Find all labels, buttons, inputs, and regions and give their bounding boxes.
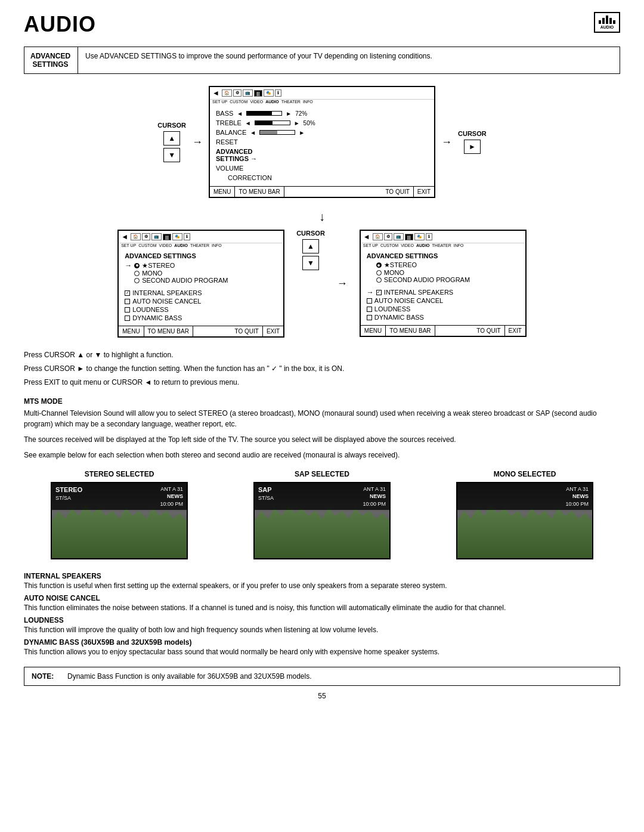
left-screen-content: ADVANCED SETTINGS → ★STEREO MONO SECOND …	[119, 249, 283, 326]
balance-bar	[259, 130, 295, 135]
left-cursor-group: CURSOR ▲ ▼	[157, 122, 186, 162]
mts-text1: Multi-Channel Television Sound will allo…	[24, 408, 620, 429]
r-video-icon: 📺	[394, 233, 404, 240]
feature-auto-noise: AUTO NOISE CANCEL This function eliminat…	[24, 593, 620, 613]
right-stereo-radio	[376, 262, 382, 268]
sap-source: SAP ST/SA	[258, 485, 274, 502]
right-loudness: LOUDNESS	[367, 305, 519, 313]
right-footer-exit: EXIT	[505, 326, 525, 336]
stereo-selected-wrapper: STEREO SELECTED STEREO ST/SA ANT A 31 NE…	[24, 470, 215, 559]
right-cursor-group: CURSOR ►	[458, 130, 487, 154]
right-screen-content: ADVANCED SETTINGS ★STEREO MONO SECOND AU…	[361, 249, 525, 325]
left-stereo-radio	[134, 263, 140, 268]
left-internal-speakers: INTERNAL SPEAKERS	[125, 289, 277, 297]
sap-selected-wrapper: SAP SELECTED SAP ST/SA ANT A 31 NEWS 10:…	[227, 470, 417, 559]
left-screen-menu-bar: ◄ 🏠 ⚙ 📺 ||| 🎭 ℹ	[119, 231, 283, 243]
page-number: 55	[24, 692, 620, 700]
right-screen-menu-bar: ◄ 🏠 ⚙ 📺 ||| 🎭 ℹ	[361, 231, 525, 243]
cursor-label-left: CURSOR	[157, 122, 186, 129]
l-video-icon: 📺	[151, 233, 162, 240]
cursor-down-button[interactable]: ▼	[163, 148, 180, 162]
instruction-3: Press EXIT to quit menu or CURSOR ◄ to r…	[24, 377, 620, 388]
cursor-right-button[interactable]: ►	[464, 140, 481, 154]
left-screen-tab-labels: SET UP CUSTOM VIDEO AUDIO THEATER INFO	[119, 243, 283, 249]
dynamic-bass-text: This function allows you to enjoy specta…	[24, 648, 439, 656]
right-footer-to-menu-bar: TO MENU BAR	[386, 326, 435, 336]
sap-overlay: SAP ST/SA ANT A 31 NEWS 10:00 PM	[255, 483, 389, 511]
tab-theater: THEATER	[281, 100, 301, 104]
left-screen-title: ADVANCED SETTINGS	[125, 252, 277, 259]
audio-icon-bars	[599, 16, 615, 24]
left-noise-checkbox	[125, 299, 130, 304]
left-footer-exit: EXIT	[263, 326, 283, 336]
feature-loudness: LOUDNESS This function will improve the …	[24, 616, 620, 635]
left-loudness: LOUDNESS	[125, 305, 277, 314]
main-menu-footer: MENU TO MENU BAR TO QUIT EXIT	[210, 186, 434, 197]
right-screen-title: ADVANCED SETTINGS	[367, 252, 519, 259]
left-auto-noise: AUTO NOISE CANCEL	[125, 297, 277, 305]
stereo-selected-label: STEREO SELECTED	[85, 470, 154, 478]
tab-setup: SET UP	[212, 100, 227, 104]
bar1	[599, 20, 601, 24]
l-setup-icon: 🏠	[131, 233, 141, 240]
arrow-from-screen: →	[441, 136, 452, 149]
right-footer-menu: MENU	[361, 326, 386, 336]
mono-overlay: ANT A 31 NEWS 10:00 PM	[457, 483, 592, 511]
right-sap-row: SECOND AUDIO PROGRAM	[367, 276, 519, 283]
features-section: INTERNAL SPEAKERS This function is usefu…	[24, 571, 620, 657]
feature-internal-speakers: INTERNAL SPEAKERS This function is usefu…	[24, 571, 620, 591]
right-sap-radio	[376, 277, 382, 283]
right-noise-checkbox	[367, 298, 372, 304]
setup-icon: 🏠	[222, 89, 232, 97]
right-internal-speakers-row: → INTERNAL SPEAKERS	[367, 288, 519, 296]
auto-noise-title: AUTO NOISE CANCEL	[24, 594, 100, 602]
center-cursor-group: CURSOR ▲ ▼	[296, 230, 325, 270]
right-auto-noise: AUTO NOISE CANCEL	[367, 296, 519, 305]
menu-item-treble: TREBLE ◄ ► 50%	[216, 118, 428, 128]
loudness-text: This function will improve the quality o…	[24, 626, 378, 634]
mts-text2: The sources received will be displayed a…	[24, 434, 620, 445]
bass-fill	[247, 112, 272, 115]
audio-icon-label: AUDIO	[600, 25, 614, 29]
tab-audio: AUDIO	[265, 100, 279, 104]
mts-section: MTS MODE Multi-Channel Television Sound …	[24, 397, 620, 460]
treble-bar	[255, 120, 290, 125]
tv-screenshots-row: STEREO SELECTED STEREO ST/SA ANT A 31 NE…	[24, 470, 620, 559]
left-sap-radio	[134, 278, 140, 283]
left-sap-row: SECOND AUDIO PROGRAM	[125, 277, 277, 284]
cursor-label-right: CURSOR	[458, 130, 487, 137]
internal-speakers-text: This function is useful when first setti…	[24, 582, 447, 590]
right-mono-radio	[376, 270, 382, 276]
main-menu-content: BASS ◄ ► 72% TREBLE ◄ ►	[210, 105, 434, 186]
right-screen-wrapper: ◄ 🏠 ⚙ 📺 ||| 🎭 ℹ SET UP CUSTOM VIDEO AUDI…	[360, 230, 527, 337]
left-dynamic-bass-checkbox	[125, 316, 130, 321]
mono-selected-label: MONO SELECTED	[494, 470, 556, 478]
center-cursor-label: CURSOR	[296, 230, 325, 237]
center-cursor-up[interactable]: ▲	[302, 239, 319, 253]
right-mono-row: MONO	[367, 269, 519, 276]
menu-item-reset: RESET	[216, 137, 428, 147]
bar5	[613, 20, 615, 24]
main-menu-area: CURSOR ▲ ▼ → ◄ 🏠 ⚙ 📺 ||| 🎭 ℹ SET UP CUST…	[24, 86, 620, 198]
r-custom-icon: ⚙	[384, 233, 392, 240]
stereo-info: ANT A 31 NEWS 10:00 PM	[160, 485, 183, 508]
menu-bar-icons: 🏠 ⚙ 📺 ||| 🎭 ℹ	[222, 89, 281, 97]
left-footer-to-menu-bar: TO MENU BAR	[144, 326, 193, 336]
stereo-screenshot: STEREO ST/SA ANT A 31 NEWS 10:00 PM	[51, 482, 188, 559]
l-info-icon: ℹ	[184, 233, 190, 240]
note-box: NOTE: Dynamic Bass Function is only avai…	[24, 667, 620, 686]
left-speakers-checkbox	[125, 290, 130, 296]
center-cursor-down[interactable]: ▼	[302, 256, 319, 270]
right-screen-footer: MENU TO MENU BAR TO QUIT EXIT	[361, 325, 525, 336]
stereo-overlay: STEREO ST/SA ANT A 31 NEWS 10:00 PM	[52, 483, 187, 511]
sap-selected-label: SAP SELECTED	[295, 470, 349, 478]
instruction-2: Press CURSOR ► to change the function se…	[24, 363, 620, 375]
audio-icon-tab: |||	[254, 90, 262, 97]
menu-item-advanced: ADVANCED SETTINGS →	[216, 147, 428, 163]
sap-screenshot: SAP ST/SA ANT A 31 NEWS 10:00 PM	[253, 482, 391, 559]
tab-info: INFO	[303, 100, 313, 104]
cursor-up-button[interactable]: ▲	[163, 131, 180, 146]
right-screen-tab-labels: SET UP CUSTOM VIDEO AUDIO THEATER INFO	[361, 243, 525, 249]
menu-item-bass: BASS ◄ ► 72%	[216, 109, 428, 118]
arrow-down: ↓	[24, 210, 620, 224]
